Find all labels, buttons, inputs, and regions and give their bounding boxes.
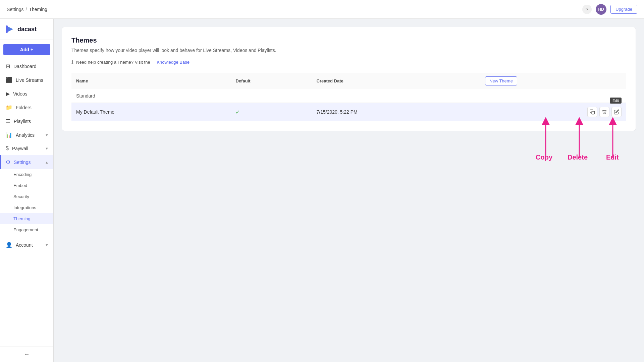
sidebar-item-security[interactable]: Security <box>0 191 53 202</box>
col-created: Created Date <box>312 73 481 89</box>
logo-text: dacast <box>17 26 37 33</box>
breadcrumb-separator: / <box>26 7 27 12</box>
col-actions: New Theme <box>480 73 626 89</box>
sidebar-label-live-streams: Live Streams <box>16 77 43 83</box>
layout: dacast Add + ⊞ Dashboard ⬛ Live Streams … <box>0 19 644 362</box>
add-button[interactable]: Add + <box>3 44 50 55</box>
table-row-standard: Standard <box>71 89 626 103</box>
folders-icon: 📁 <box>6 104 12 111</box>
help-icon[interactable]: ? <box>582 5 592 14</box>
breadcrumb-current: Theming <box>29 7 47 12</box>
sidebar-item-folders[interactable]: 📁 Folders <box>0 101 53 114</box>
row-mydefault-date: 7/15/2020, 5:22 PM <box>312 103 481 121</box>
sidebar-item-live-streams[interactable]: ⬛ Live Streams <box>0 73 53 87</box>
analytics-chevron: ▼ <box>45 133 49 137</box>
copy-icon <box>590 109 595 115</box>
row-standard-default <box>231 89 312 103</box>
sidebar-label-settings: Settings <box>14 160 31 165</box>
sidebar-item-dashboard[interactable]: ⊞ Dashboard <box>0 59 53 73</box>
topbar: Settings / Theming ? HD Upgrade <box>0 0 644 19</box>
upgrade-button[interactable]: Upgrade <box>610 5 637 14</box>
sidebar-label-playlists: Playlists <box>14 119 31 124</box>
svg-rect-3 <box>592 111 595 114</box>
sidebar: dacast Add + ⊞ Dashboard ⬛ Live Streams … <box>0 19 54 362</box>
info-banner: ℹ Need help creating a Theme? Visit the … <box>71 59 626 65</box>
row-standard-name: Standard <box>71 89 231 103</box>
col-default: Default <box>231 73 312 89</box>
row-standard-actions <box>480 89 626 103</box>
delete-button[interactable] <box>599 107 609 117</box>
sidebar-item-settings[interactable]: ⚙ Settings ▲ <box>0 155 53 169</box>
dacast-logo-icon <box>5 24 15 34</box>
themes-table: Name Default Created Date New Theme Stan… <box>71 73 626 121</box>
sidebar-label-videos: Videos <box>13 91 28 97</box>
row-standard-date <box>312 89 481 103</box>
row-mydefault-name: My Default Theme <box>71 103 231 121</box>
sidebar-label-account: Account <box>16 242 33 248</box>
sidebar-label-paywall: Paywall <box>12 146 28 151</box>
dashboard-icon: ⊞ <box>6 63 10 69</box>
row-mydefault-actions: Edit <box>480 103 626 121</box>
default-check-icon: ✓ <box>235 109 240 115</box>
info-icon: ℹ <box>71 59 73 65</box>
breadcrumb: Settings / Theming <box>7 7 47 12</box>
settings-chevron: ▲ <box>45 160 49 164</box>
copy-annotation: Copy <box>536 154 552 161</box>
sidebar-item-paywall[interactable]: $ Paywall ▼ <box>0 142 53 155</box>
sidebar-label-dashboard: Dashboard <box>13 64 37 69</box>
table-row-my-default: My Default Theme ✓ 7/15/2020, 5:22 PM Ed… <box>71 103 626 121</box>
account-icon: 👤 <box>6 242 12 248</box>
paywall-icon: $ <box>6 145 9 152</box>
sidebar-item-theming[interactable]: Theming <box>0 213 53 224</box>
main-content: Themes Themes specify how your video pla… <box>54 19 644 362</box>
annotation-arrows <box>532 114 626 161</box>
edit-tooltip: Edit <box>610 98 622 104</box>
col-name: Name <box>71 73 231 89</box>
edit-annotation: Edit <box>606 154 619 161</box>
logo-area: dacast <box>0 19 53 40</box>
info-text: Need help creating a Theme? Visit the <box>76 60 150 65</box>
analytics-icon: 📊 <box>6 132 12 138</box>
edit-icon <box>614 109 619 115</box>
account-chevron: ▼ <box>45 243 49 247</box>
sidebar-item-videos[interactable]: ▶ Videos <box>0 87 53 101</box>
page-title: Themes <box>71 37 626 44</box>
sidebar-item-playlists[interactable]: ☰ Playlists <box>0 114 53 128</box>
collapse-button[interactable]: ← <box>5 351 49 358</box>
sidebar-item-engagement[interactable]: Engagement <box>0 224 53 235</box>
live-streams-icon: ⬛ <box>6 77 12 83</box>
trash-icon <box>602 109 607 115</box>
sidebar-item-analytics[interactable]: 📊 Analytics ▼ <box>0 128 53 142</box>
sidebar-label-folders: Folders <box>16 105 32 110</box>
sidebar-item-encoding[interactable]: Encoding <box>0 169 53 180</box>
page-description: Themes specify how your video player wil… <box>71 48 626 53</box>
sidebar-item-integrations[interactable]: Integrations <box>0 202 53 213</box>
action-buttons: Edit <box>485 107 622 117</box>
row-mydefault-default: ✓ <box>231 103 312 121</box>
sidebar-item-embed[interactable]: Embed <box>0 180 53 191</box>
edit-button[interactable] <box>611 107 622 117</box>
themes-card: Themes Themes specify how your video pla… <box>62 27 636 131</box>
svg-rect-2 <box>6 25 8 33</box>
new-theme-button[interactable]: New Theme <box>485 76 517 85</box>
playlists-icon: ☰ <box>6 118 10 124</box>
copy-button[interactable] <box>587 107 597 117</box>
sidebar-label-analytics: Analytics <box>16 132 35 138</box>
kb-link[interactable]: Knowledge Base <box>157 60 190 65</box>
delete-annotation: Delete <box>568 154 588 161</box>
sidebar-footer: ← <box>0 347 53 362</box>
breadcrumb-settings[interactable]: Settings <box>7 7 24 12</box>
videos-icon: ▶ <box>6 90 10 97</box>
paywall-chevron: ▼ <box>45 146 49 150</box>
topbar-actions: ? HD Upgrade <box>582 4 637 15</box>
sidebar-item-account[interactable]: 👤 Account ▼ <box>0 238 53 252</box>
avatar[interactable]: HD <box>596 4 606 15</box>
settings-icon: ⚙ <box>6 159 10 165</box>
